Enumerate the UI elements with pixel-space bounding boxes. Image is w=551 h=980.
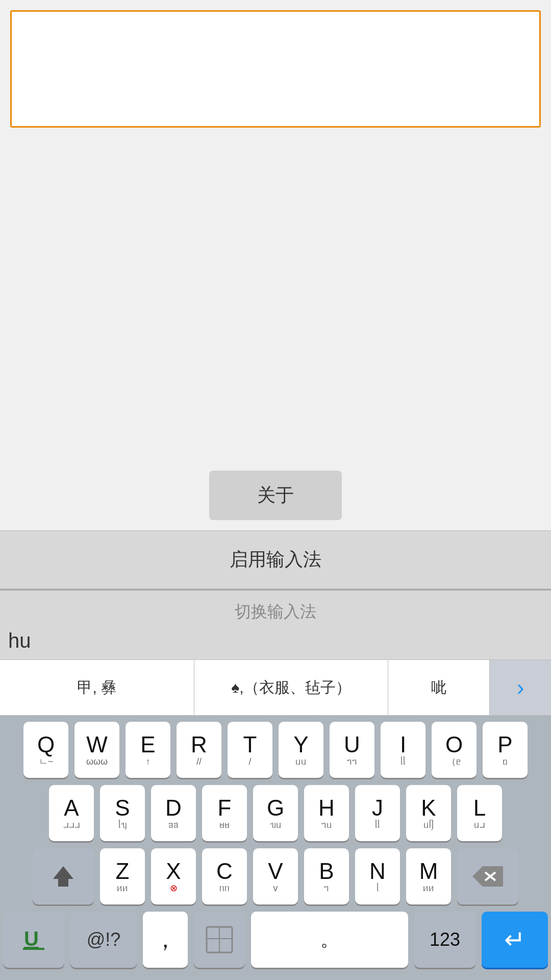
key-l[interactable]: L ᥙᥘ xyxy=(457,785,502,841)
spacer-area xyxy=(0,128,551,460)
switch-ime-section: 切换输入法 hu xyxy=(0,589,551,659)
chevron-right-icon: › xyxy=(517,675,524,700)
enter-icon: ↵ xyxy=(504,925,525,954)
key-row-1: Q ㄴ~ W ωωω E ↑ R // T / Y ᥙᥙ U ᥐᥐ I ᥣᥣ xyxy=(3,722,548,778)
input-text-display: hu xyxy=(8,627,543,654)
key-j[interactable]: J ᥣᥣ xyxy=(355,785,400,841)
suggestion-item-1[interactable]: ♠,（衣服、毡子） xyxy=(194,660,389,715)
key-w[interactable]: W ωωω xyxy=(74,722,119,778)
space-key[interactable]: 。 xyxy=(251,912,408,968)
key-i[interactable]: I ᥣᥣ xyxy=(381,722,425,778)
comma-key[interactable]: ， xyxy=(143,912,188,968)
key-g[interactable]: G ᥔᥙ xyxy=(253,785,298,841)
suggestion-item-2[interactable]: 呲 xyxy=(388,660,490,715)
key-p[interactable]: P ᥝ xyxy=(483,722,528,778)
shift-icon xyxy=(51,864,76,889)
key-k[interactable]: K ᥙᥦ xyxy=(406,785,451,841)
about-button[interactable]: 关于 xyxy=(209,471,342,520)
lang-switch-key[interactable]: U xyxy=(3,912,64,968)
key-b[interactable]: B ᥐ xyxy=(304,848,349,904)
key-d[interactable]: D ᥑᥑ xyxy=(151,785,196,841)
suggestion-text-2: 呲 xyxy=(431,677,446,698)
key-v[interactable]: V v xyxy=(253,848,298,904)
enter-key[interactable]: ↵ xyxy=(482,912,548,968)
key-t[interactable]: T / xyxy=(228,722,272,778)
key-c[interactable]: C ᥒᥒ xyxy=(202,848,247,904)
shift-key[interactable] xyxy=(33,848,94,904)
svg-text:U: U xyxy=(24,927,39,950)
about-section: 关于 xyxy=(0,460,551,530)
key-h[interactable]: H ᥐᥙ xyxy=(304,785,349,841)
suggestion-bar: 甲, 彝 ♠,（衣服、毡子） 呲 › xyxy=(0,659,551,716)
at-punct-key[interactable]: @!? xyxy=(70,912,137,968)
enable-ime-button[interactable]: 启用输入法 xyxy=(0,530,551,589)
backspace-key[interactable] xyxy=(457,848,518,904)
key-row-bottom: U @!? ， 。 123 ↵ xyxy=(3,912,548,968)
svg-marker-0 xyxy=(53,866,73,887)
key-o[interactable]: O （ᥱ xyxy=(432,722,477,778)
backspace-icon xyxy=(472,866,503,887)
ime-symbol-key[interactable] xyxy=(194,912,245,968)
key-m[interactable]: M ᥢᥢ xyxy=(406,848,451,904)
ime-symbol-icon xyxy=(204,924,235,955)
suggestion-item-0[interactable]: 甲, 彝 xyxy=(0,660,194,715)
switch-ime-label: 切换输入法 xyxy=(8,601,543,623)
key-u[interactable]: U ᥐᥐ xyxy=(330,722,374,778)
key-x[interactable]: X ⊗ xyxy=(151,848,196,904)
key-row-2: A ᥘᥘᥘ S ᥣᥡ D ᥑᥑ F ᥛᥛ G ᥔᥙ H ᥐᥙ J ᥣᥣ K ᥙᥦ xyxy=(3,785,548,841)
text-input-container[interactable] xyxy=(10,10,541,128)
key-s[interactable]: S ᥣᥡ xyxy=(100,785,145,841)
key-y[interactable]: Y ᥙᥙ xyxy=(279,722,323,778)
suggestion-text-1: ♠,（衣服、毡子） xyxy=(231,677,350,698)
key-a[interactable]: A ᥘᥘᥘ xyxy=(49,785,94,841)
suggestion-text-0: 甲, 彝 xyxy=(77,677,116,698)
lang-switch-icon: U xyxy=(20,923,47,956)
suggestion-more-button[interactable]: › xyxy=(490,660,551,715)
key-q[interactable]: Q ㄴ~ xyxy=(23,722,68,778)
key-f[interactable]: F ᥛᥛ xyxy=(202,785,247,841)
key-r[interactable]: R // xyxy=(177,722,221,778)
num-switch-key[interactable]: 123 xyxy=(414,912,475,968)
key-row-3: Z ᥢᥢ X ⊗ C ᥒᥒ V v B ᥐ N ᥣ M ᥢᥢ xyxy=(3,848,548,904)
text-area[interactable] xyxy=(12,12,539,126)
key-z[interactable]: Z ᥢᥢ xyxy=(100,848,145,904)
key-n[interactable]: N ᥣ xyxy=(355,848,400,904)
key-e[interactable]: E ↑ xyxy=(126,722,170,778)
keyboard: Q ㄴ~ W ωωω E ↑ R // T / Y ᥙᥙ U ᥐᥐ I ᥣᥣ xyxy=(0,716,551,980)
